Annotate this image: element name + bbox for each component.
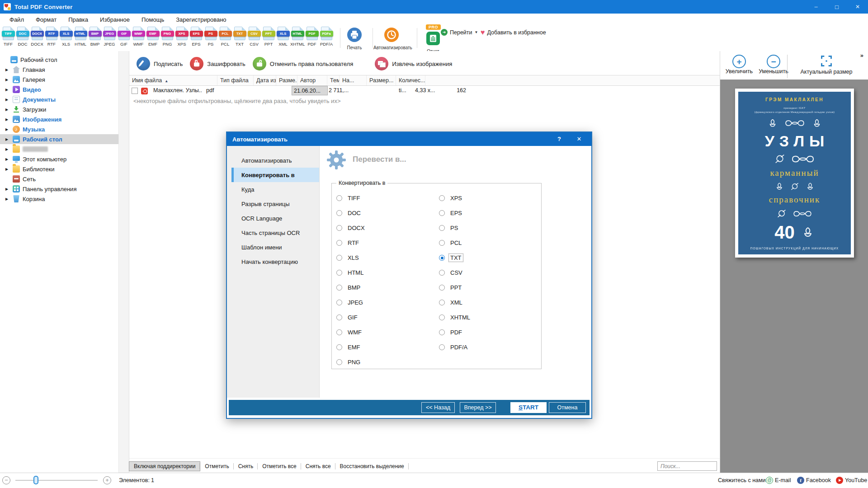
cancel-button[interactable]: Отмена <box>549 402 586 413</box>
go-button[interactable]: ➜ Перейти ▼ <box>441 29 478 36</box>
format-convert-button[interactable]: RTF RTF <box>44 27 59 47</box>
sidebar-item[interactable]: Сеть <box>0 174 118 184</box>
book-cover-page[interactable]: ГРЭМ МАКЛАХЛЕН президент IGKT (французск… <box>735 89 854 258</box>
expand-arrow-icon[interactable] <box>5 117 10 122</box>
radio-icon[interactable] <box>439 270 445 276</box>
zoom-in-control[interactable]: + <box>103 476 111 484</box>
radio-option[interactable]: XML <box>439 295 472 310</box>
radio-option[interactable]: XLS <box>336 250 366 265</box>
expand-arrow-icon[interactable] <box>5 187 10 191</box>
radio-icon[interactable] <box>439 210 445 216</box>
radio-option[interactable]: EMF <box>336 340 366 355</box>
format-convert-button[interactable]: HTML XHTML <box>290 27 305 47</box>
radio-icon[interactable] <box>439 195 445 201</box>
sign-button[interactable]: Подписать <box>137 57 183 70</box>
menu-item[interactable]: Избранное <box>94 16 136 23</box>
radio-option[interactable]: RTF <box>336 235 366 250</box>
file-date-cell[interactable]: 21.06.20... <box>292 86 328 95</box>
format-convert-button[interactable]: PDF PDF <box>305 27 319 47</box>
menu-item[interactable]: Правка <box>62 16 94 23</box>
selection-button[interactable]: Отметить все <box>258 462 301 471</box>
sidebar-item[interactable] <box>0 144 118 154</box>
column-header[interactable]: Разме... <box>276 75 297 85</box>
radio-option[interactable]: WMF <box>336 325 366 340</box>
radio-icon[interactable] <box>336 285 342 291</box>
radio-icon[interactable] <box>439 255 445 261</box>
radio-option[interactable]: PPT <box>439 280 472 295</box>
sidebar-item[interactable]: Изображения <box>0 114 118 124</box>
expand-arrow-icon[interactable] <box>5 108 10 112</box>
expand-arrow-icon[interactable] <box>5 88 10 92</box>
format-convert-button[interactable]: XPS XPS <box>175 27 189 47</box>
format-convert-button[interactable]: GIF GIF <box>117 27 131 47</box>
radio-option[interactable]: PDF <box>439 325 472 340</box>
radio-icon[interactable] <box>439 225 445 231</box>
radio-icon[interactable] <box>336 225 342 231</box>
radio-option[interactable]: XPS <box>439 191 472 206</box>
sidebar-item[interactable]: Документы <box>0 94 118 104</box>
radio-option[interactable]: TIFF <box>336 191 366 206</box>
encrypt-button[interactable]: Зашифровать <box>190 57 245 70</box>
zoom-out-control[interactable]: − <box>2 476 10 484</box>
radio-option[interactable]: PDF/A <box>439 340 472 355</box>
radio-icon[interactable] <box>336 210 342 216</box>
radio-icon[interactable] <box>439 344 445 350</box>
format-convert-button[interactable]: PS PS <box>203 27 218 47</box>
print-button[interactable]: Печать <box>336 27 373 50</box>
facebook-link[interactable]: Facebook <box>806 477 831 483</box>
column-header[interactable]: Дата изм... <box>254 75 276 85</box>
format-convert-button[interactable]: EMF EMF <box>146 27 160 47</box>
radio-option[interactable]: PCL <box>439 235 472 250</box>
dialog-close-button[interactable]: ✕ <box>575 136 583 142</box>
radio-icon[interactable] <box>336 270 342 276</box>
menu-item[interactable]: Формат <box>30 16 62 23</box>
dialog-nav-item[interactable]: OCR Language <box>231 211 319 225</box>
format-convert-button[interactable]: DOCX DOCX <box>30 27 44 47</box>
radio-option[interactable]: EPS <box>439 206 472 221</box>
radio-option[interactable]: JPEG <box>336 295 366 310</box>
zoom-in-button[interactable]: + Увеличить <box>723 55 755 75</box>
column-header[interactable]: Количес... <box>396 75 425 85</box>
format-convert-button[interactable]: PCL PCL <box>218 27 232 47</box>
expand-arrow-icon[interactable] <box>5 68 10 72</box>
radio-icon[interactable] <box>439 314 445 320</box>
radio-icon[interactable] <box>336 255 342 261</box>
menu-item[interactable]: Помощь <box>136 16 170 23</box>
search-input[interactable] <box>657 461 717 471</box>
radio-option[interactable]: DOC <box>336 206 366 221</box>
sidebar-item[interactable]: Библиотеки <box>0 164 118 174</box>
sidebar-item[interactable]: Загрузки <box>0 104 118 114</box>
selection-button[interactable]: Снять <box>234 462 258 471</box>
column-header[interactable]: Автор <box>297 75 327 85</box>
dialog-nav-item[interactable]: Куда <box>231 182 319 197</box>
youtube-link[interactable]: YouTube <box>845 477 867 483</box>
column-header[interactable]: Размер... <box>367 75 396 85</box>
sidebar-item[interactable]: Рабочий стол <box>0 134 118 144</box>
expand-arrow-icon[interactable] <box>5 157 10 161</box>
expand-arrow-icon[interactable] <box>5 137 10 141</box>
format-convert-button[interactable]: WMF WMF <box>131 27 146 47</box>
radio-option[interactable]: DOCX <box>336 221 366 235</box>
youtube-icon[interactable] <box>836 477 843 484</box>
selection-button[interactable]: Включая поддиректории <box>129 461 200 471</box>
radio-option[interactable]: PNG <box>336 355 366 370</box>
radio-option[interactable]: BMP <box>336 280 366 295</box>
radio-icon[interactable] <box>336 359 342 365</box>
format-convert-button[interactable]: EPS EPS <box>189 27 203 47</box>
email-icon[interactable]: @ <box>766 477 773 484</box>
sidebar-item[interactable]: Галерея <box>0 75 118 84</box>
radio-icon[interactable] <box>439 329 445 335</box>
dialog-nav-item[interactable]: Разрыв страницы <box>231 197 319 211</box>
column-header[interactable]: Имя файла <box>129 75 217 85</box>
radio-icon[interactable] <box>336 300 342 305</box>
dialog-nav-item[interactable]: Часть страницы OCR <box>231 225 319 240</box>
email-link[interactable]: E-mail <box>775 477 791 483</box>
expand-arrow-icon[interactable] <box>5 127 10 131</box>
maximize-button[interactable] <box>826 0 847 14</box>
actual-size-button[interactable]: Актуальный размер <box>793 55 860 75</box>
automate-button[interactable]: Автоматизировать <box>373 27 410 50</box>
dialog-help-button[interactable]: ? <box>555 136 563 142</box>
sidebar-item[interactable]: Музыка <box>0 124 118 134</box>
sidebar-item[interactable]: Этот компьютер <box>0 154 118 164</box>
dialog-nav-item[interactable]: Начать конвертацию <box>231 254 319 269</box>
